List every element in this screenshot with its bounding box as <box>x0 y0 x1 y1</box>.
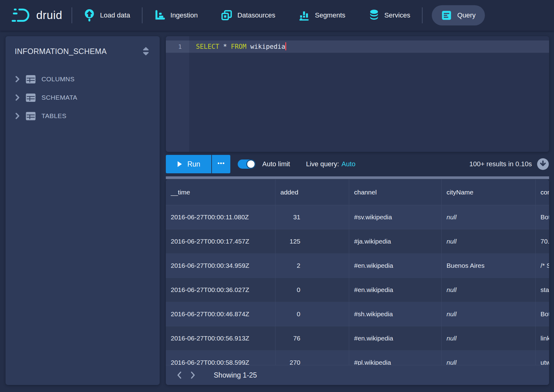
run-label: Run <box>187 160 200 168</box>
prev-page-button[interactable] <box>173 368 186 382</box>
cell-time[interactable]: 2016-06-27T00:00:17.457Z <box>166 229 275 253</box>
tree-item-tables[interactable]: TABLES <box>6 107 160 125</box>
sql-token <box>227 43 231 50</box>
cell-added[interactable]: 125 <box>275 229 349 253</box>
cell-cityName[interactable]: Buenos Aires <box>442 254 536 278</box>
datasources-icon <box>221 10 232 21</box>
sql-editor[interactable]: 1 SELECT * FROM wikipedia <box>166 36 549 152</box>
code-line-1[interactable]: 1 SELECT * FROM wikipedia <box>166 40 549 53</box>
column-header-channel[interactable]: channel <box>349 179 442 205</box>
nav-item-services[interactable]: Services <box>366 9 413 21</box>
cell-cityName[interactable]: null <box>442 205 536 229</box>
schema-title: INFORMATION_SCHEMA <box>15 47 107 56</box>
ingestion-icon <box>154 10 165 21</box>
nav-item-label: Datasources <box>237 11 275 19</box>
nav-item-label: Query <box>457 11 476 19</box>
column-header-time[interactable]: __time <box>166 179 275 205</box>
column-header-comment[interactable]: comment <box>536 179 549 205</box>
table-row: 2016-06-27T00:00:11.080Z31#sv.wikipedian… <box>166 205 549 229</box>
sql-token: wikipedia <box>250 43 285 50</box>
chevron-left-icon <box>176 371 183 380</box>
nav-item-segments[interactable]: Segments <box>296 10 348 21</box>
table-row: 2016-06-27T00:00:58.599Z270#pl.wikipedia… <box>166 351 549 365</box>
segments-icon <box>298 10 310 21</box>
nav-item-query[interactable]: Query <box>432 5 485 25</box>
cell-cityName[interactable]: null <box>442 229 536 253</box>
cell-time[interactable]: 2016-06-27T00:00:46.874Z <box>166 302 275 326</box>
run-more-button[interactable]: ••• <box>212 155 230 173</box>
cell-cityName[interactable]: null <box>442 278 536 302</box>
cell-channel[interactable]: #ja.wikipedia <box>349 229 442 253</box>
nav-item-label: Segments <box>315 11 345 19</box>
nav-item-label: Services <box>384 11 410 19</box>
cell-cityName[interactable]: null <box>442 302 536 326</box>
cell-added[interactable]: 2 <box>275 254 349 278</box>
cell-comment[interactable]: Bot <box>536 205 549 229</box>
panel-resize-handle[interactable] <box>166 176 549 179</box>
run-button[interactable]: Run <box>166 155 211 173</box>
cell-cityName[interactable]: null <box>442 326 536 350</box>
cell-channel[interactable]: #sv.wikipedia <box>349 205 442 229</box>
cell-added[interactable]: 31 <box>275 205 349 229</box>
chevron-right-icon <box>15 94 20 102</box>
cell-comment[interactable]: utw <box>536 351 549 365</box>
sql-token: * <box>223 43 227 50</box>
cell-cityName[interactable]: null <box>442 351 536 365</box>
cell-added[interactable]: 270 <box>275 351 349 365</box>
download-icon <box>537 158 549 170</box>
tree-item-columns[interactable]: COLUMNS <box>6 70 160 88</box>
druid-brand[interactable]: druid <box>12 7 62 24</box>
results-table-header: __timeaddedchannelcityNamecomment <box>166 179 549 205</box>
more-dots-icon: ••• <box>217 160 225 167</box>
nav-divider <box>142 7 142 23</box>
nav-divider <box>422 7 423 23</box>
nav-item-load-data[interactable]: Load data <box>81 9 133 22</box>
toggle-knob <box>247 160 255 168</box>
cell-added[interactable]: 76 <box>275 326 349 350</box>
cell-comment[interactable]: Bot <box>536 302 549 326</box>
cell-comment[interactable]: /* S <box>536 254 549 278</box>
cell-added[interactable]: 0 <box>275 278 349 302</box>
table-row: 2016-06-27T00:00:17.457Z125#ja.wikipedia… <box>166 229 549 254</box>
nav-item-ingestion[interactable]: Ingestion <box>152 10 200 21</box>
query-icon <box>441 10 452 21</box>
nav-item-datasources[interactable]: Datasources <box>219 10 278 21</box>
table-row: 2016-06-27T00:00:34.959Z2#en.wikipediaBu… <box>166 254 549 278</box>
cell-channel[interactable]: #sh.wikipedia <box>349 302 442 326</box>
cell-comment[interactable]: sta <box>536 278 549 302</box>
table-row: 2016-06-27T00:00:36.027Z0#en.wikipedianu… <box>166 278 549 302</box>
cell-time[interactable]: 2016-06-27T00:00:34.959Z <box>166 254 275 278</box>
sql-code-line[interactable]: SELECT * FROM wikipedia <box>189 40 549 53</box>
column-header-cityName[interactable]: cityName <box>442 179 536 205</box>
cell-time[interactable]: 2016-06-27T00:00:56.913Z <box>166 326 275 350</box>
tree-item-schemata[interactable]: SCHEMATA <box>6 88 160 107</box>
services-icon <box>369 9 379 21</box>
download-button[interactable] <box>537 158 549 170</box>
cell-comment[interactable]: link <box>536 326 549 350</box>
cell-channel[interactable]: #en.wikipedia <box>349 278 442 302</box>
cell-comment[interactable]: 70. <box>536 229 549 253</box>
chevron-right-icon <box>15 75 20 83</box>
table-row: 2016-06-27T00:00:46.874Z0#sh.wikipedianu… <box>166 302 549 326</box>
sort-button[interactable] <box>140 45 152 57</box>
cell-channel[interactable]: #en.wikipedia <box>349 326 442 350</box>
nav-divider <box>72 7 72 23</box>
line-number: 1 <box>166 40 189 53</box>
next-page-button[interactable] <box>186 368 200 382</box>
tree-item-label: COLUMNS <box>41 75 75 83</box>
auto-limit-toggle[interactable] <box>238 159 256 169</box>
run-bar: Run ••• Auto limit Live query: Auto 100+… <box>166 152 549 176</box>
column-header-added[interactable]: added <box>275 179 349 205</box>
results-table-body: 2016-06-27T00:00:11.080Z31#sv.wikipedian… <box>166 205 549 365</box>
cell-time[interactable]: 2016-06-27T00:00:58.599Z <box>166 351 275 365</box>
cell-time[interactable]: 2016-06-27T00:00:36.027Z <box>166 278 275 302</box>
sidebar-header: INFORMATION_SCHEMA <box>6 36 160 57</box>
top-nav: druid Load data Ingestion Datasou <box>0 0 554 31</box>
brand-name: druid <box>36 9 62 22</box>
live-query-value[interactable]: Auto <box>341 160 355 168</box>
cell-time[interactable]: 2016-06-27T00:00:11.080Z <box>166 205 275 229</box>
double-caret-vertical-icon <box>142 46 150 56</box>
cell-channel[interactable]: #pl.wikipedia <box>349 351 442 365</box>
cell-added[interactable]: 0 <box>275 302 349 326</box>
cell-channel[interactable]: #en.wikipedia <box>349 254 442 278</box>
